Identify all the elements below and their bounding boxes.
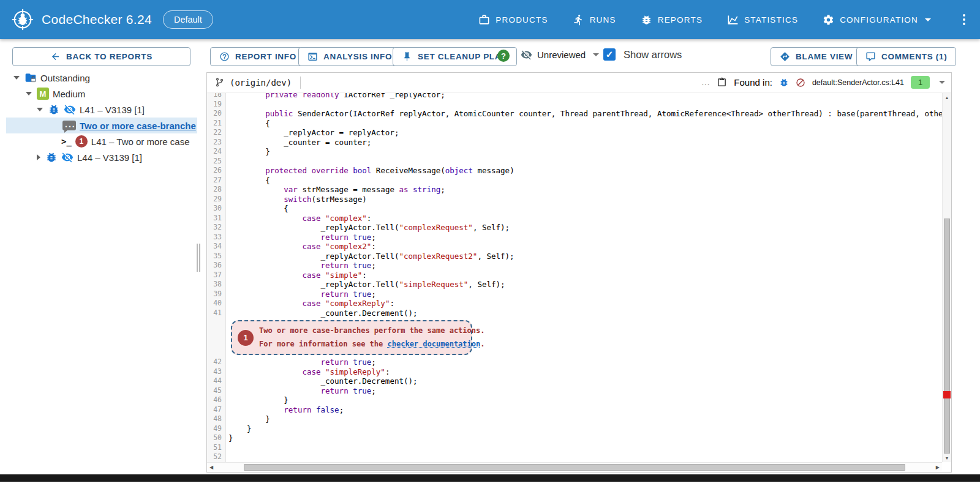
editor-header: (origin/dev) ... Found in: default:Sende… [207, 73, 951, 92]
line-number: 44 [207, 376, 226, 386]
nav-statistics-label: STATISTICS [744, 15, 798, 24]
code-line: 33 return true; [207, 233, 942, 242]
product-badge[interactable]: Default [163, 10, 213, 29]
line-number: 36 [207, 261, 226, 271]
scroll-right-arrow[interactable]: ▶ [936, 465, 940, 470]
nav-statistics[interactable]: STATISTICS [727, 14, 798, 26]
checker-documentation-link[interactable]: checker documentation [388, 340, 481, 348]
eye-off-icon [521, 49, 532, 61]
code-text: { [226, 119, 270, 129]
comments-button[interactable]: COMMENTS (1) [856, 47, 956, 66]
line-number: 38 [207, 280, 226, 290]
set-cleanup-plan-label: SET CLEANUP PLAN [418, 52, 508, 61]
checker-message-bubble: 1 Two or more case-branches perform the … [231, 320, 472, 355]
line-number: 52 [207, 452, 226, 462]
kebab-menu-icon[interactable] [959, 12, 969, 28]
nav-configuration[interactable]: CONFIGURATION [823, 14, 931, 26]
detection-status-icon [796, 78, 805, 88]
line-number: 29 [207, 195, 226, 204]
code-text: case "complex": [226, 214, 371, 223]
runner-icon [573, 14, 584, 26]
horizontal-scroll-thumb[interactable] [244, 464, 905, 471]
chevron-down-icon [593, 53, 599, 56]
code-line: 22 _replyActor = replyActor; [207, 128, 942, 138]
vertical-scrollbar[interactable]: ▲ ▼ [942, 93, 951, 462]
code-line: 47 return false; [207, 405, 942, 415]
line-number: 43 [207, 367, 226, 377]
review-status-select[interactable]: Unreviewed [521, 49, 599, 61]
report-info-button[interactable]: REPORT INFO [210, 47, 306, 66]
vertical-scroll-thumb[interactable] [944, 219, 950, 454]
code-line: 52 [207, 452, 942, 462]
report-position-marker[interactable] [943, 391, 951, 398]
pin-icon [402, 51, 412, 62]
branch-name: (origin/dev) [230, 78, 292, 88]
line-number: 28 [207, 185, 226, 195]
chevron-down-icon[interactable] [939, 81, 945, 84]
code-text: } [226, 433, 233, 443]
line-number: 22 [207, 128, 226, 138]
code-view[interactable]: 18 private readonly IActorRef _replyActo… [207, 93, 942, 462]
code-text: _replyActor = replyActor; [226, 128, 399, 138]
show-arrows-checkbox[interactable]: ✓ [603, 48, 616, 61]
blame-view-button[interactable]: BLAME VIEW [771, 47, 862, 66]
step-count-badge: 1 [75, 135, 88, 148]
code-text [226, 443, 228, 453]
show-arrows-toggle[interactable]: ✓ Show arrows [603, 48, 682, 61]
report-info-label: REPORT INFO [235, 52, 296, 61]
report-toolbar: BACK TO REPORTS REPORT INFO ANALYSIS INF… [0, 39, 980, 72]
code-line: 26 protected override bool ReceiveMessag… [207, 166, 942, 176]
code-text: { [226, 176, 270, 185]
expander-right-icon[interactable] [37, 154, 40, 160]
code-line: 24 } [207, 147, 942, 157]
sidebar-resize-handle[interactable] [197, 244, 200, 272]
back-to-reports-button[interactable]: BACK TO REPORTS [12, 47, 190, 66]
code-line: 34 case "complex2": [207, 242, 942, 252]
arrow-left-icon [50, 51, 61, 62]
tree-item-l41-v3139[interactable]: L41 – V3139 [1] [6, 102, 197, 118]
gear-icon [823, 14, 834, 26]
code-text [226, 100, 228, 110]
line-number: 46 [207, 395, 226, 405]
code-line: 38 _replyActor.Tell("simpleRequest", Sel… [207, 280, 942, 290]
expander-down-icon[interactable] [13, 76, 20, 80]
report-count-badge[interactable]: 1 [911, 76, 930, 89]
line-number: 39 [207, 290, 226, 299]
tree-item-selected-report[interactable]: ... Two or more case-branche [6, 118, 197, 133]
scroll-up-arrow[interactable]: ▲ [943, 95, 951, 100]
scroll-down-arrow[interactable]: ▼ [943, 456, 951, 460]
tree-item-outstanding[interactable]: Outstanding [6, 70, 197, 86]
eye-off-icon [61, 151, 74, 163]
scroll-left-arrow[interactable]: ◀ [209, 465, 213, 470]
tree-item-l41-step[interactable]: >_ 1 L41 – Two or more case [6, 133, 197, 149]
nav-reports[interactable]: REPORTS [641, 14, 703, 26]
tree-item-l44-v3139[interactable]: L44 – V3139 [1] [6, 149, 197, 165]
code-text: return true; [226, 290, 376, 299]
code-line: 44 _counter.Decrement(); [207, 376, 942, 386]
found-in-file[interactable]: default:SenderActor.cs:L41 [812, 78, 904, 87]
clipboard-icon[interactable] [717, 77, 727, 88]
analysis-info-label: ANALYSIS INFO [323, 52, 392, 61]
tree-item-medium[interactable]: M Medium [6, 86, 197, 102]
expander-down-icon[interactable] [26, 92, 32, 95]
code-text: return false; [226, 405, 344, 415]
back-to-reports-label: BACK TO REPORTS [66, 52, 153, 61]
expander-down-icon[interactable] [37, 108, 43, 111]
code-line: 23 _counter = counter; [207, 138, 942, 148]
nav-products[interactable]: PRODUCTS [478, 14, 548, 26]
analysis-info-button[interactable]: ANALYSIS INFO [298, 47, 401, 66]
cleanup-help-icon[interactable]: ? [497, 50, 510, 62]
horizontal-scrollbar[interactable]: ◀ ▶ [207, 462, 942, 472]
bubble-message: Two or more case-branches perform the sa… [259, 326, 464, 335]
git-branch-icon [214, 77, 225, 88]
line-number: 21 [207, 119, 226, 129]
bug-step-marker[interactable]: 1 [238, 330, 254, 346]
tree-label-selected[interactable]: Two or more case-branche [80, 121, 196, 131]
code-text: _replyActor.Tell("simpleRequest", Self); [226, 280, 505, 290]
code-editor-panel: (origin/dev) ... Found in: default:Sende… [206, 72, 952, 473]
nav-products-label: PRODUCTS [496, 15, 548, 24]
code-line: 40 case "complexReply": [207, 299, 942, 308]
show-arrows-label: Show arrows [624, 49, 682, 61]
top-navbar: CodeChecker 6.24 Default PRODUCTS RUNS R… [0, 0, 980, 39]
nav-runs[interactable]: RUNS [573, 14, 616, 26]
